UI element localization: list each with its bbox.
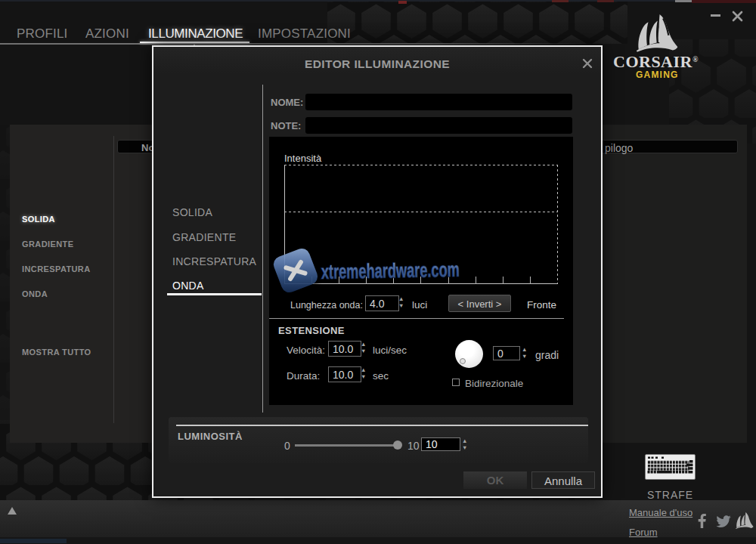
svg-text:xtremehardware.com: xtremehardware.com: [321, 258, 460, 283]
